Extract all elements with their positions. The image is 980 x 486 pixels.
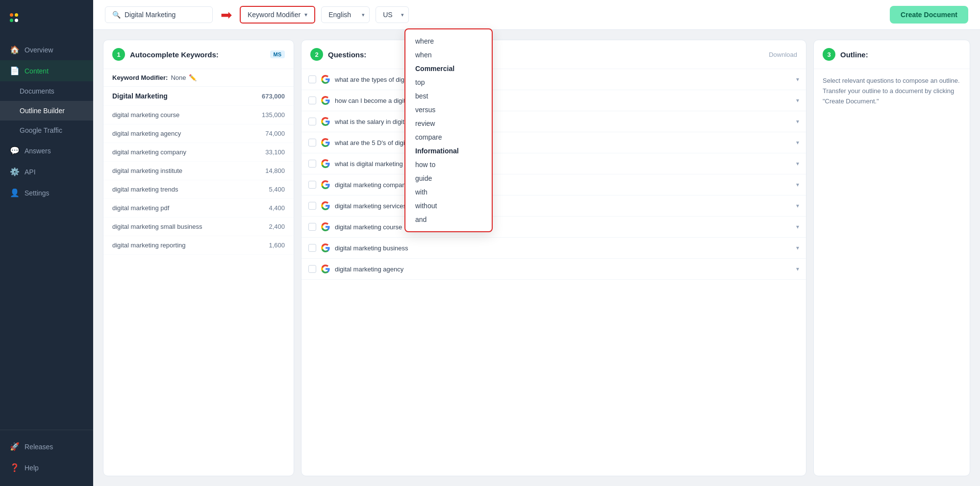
- dropdown-item-compare[interactable]: compare: [405, 130, 492, 144]
- search-input[interactable]: [125, 11, 203, 19]
- keyword-count: 74,000: [265, 130, 285, 137]
- keyword-count: 2,400: [269, 223, 285, 230]
- red-arrow-icon: ➡: [221, 7, 232, 23]
- questions-list: what are the types of digital marketing▾…: [302, 69, 806, 280]
- sidebar-item-answers[interactable]: 💬 Answers: [0, 140, 93, 161]
- chevron-down-icon[interactable]: ▾: [796, 76, 799, 83]
- sidebar-item-content-label: Content: [25, 67, 49, 75]
- dropdown-item-best[interactable]: best: [405, 89, 492, 103]
- list-item[interactable]: digital marketing company▾: [302, 174, 806, 195]
- keyword-name: digital marketing reporting: [112, 242, 186, 249]
- search-box[interactable]: 🔍: [105, 6, 213, 23]
- keyword-modifier-label: Keyword Modifier: [248, 11, 301, 19]
- dropdown-item-when[interactable]: when: [405, 48, 492, 62]
- list-item[interactable]: digital marketing business▾: [302, 238, 806, 259]
- question-checkbox[interactable]: [308, 160, 316, 168]
- dropdown-item-versus[interactable]: versus: [405, 103, 492, 117]
- dropdown-item-and[interactable]: and: [405, 213, 492, 226]
- table-row[interactable]: digital marketing company33,100: [103, 143, 294, 162]
- keyword-name: digital marketing agency: [112, 130, 181, 137]
- sidebar-item-releases[interactable]: 🚀 Releases: [0, 436, 93, 457]
- list-item[interactable]: what are the types of digital marketing▾: [302, 69, 806, 90]
- list-item[interactable]: digital marketing services▾: [302, 195, 806, 217]
- table-row[interactable]: digital marketing reporting1,600: [103, 236, 294, 255]
- google-icon: [321, 96, 330, 105]
- releases-icon: 🚀: [10, 442, 19, 451]
- sidebar-item-help[interactable]: ❓ Help: [0, 457, 93, 478]
- keyword-modifier-button[interactable]: Keyword Modifier ▾: [240, 6, 315, 24]
- sidebar-item-outline-builder-label: Outline Builder: [20, 107, 65, 115]
- question-checkbox[interactable]: [308, 118, 316, 125]
- sidebar-item-api[interactable]: ⚙️ API: [0, 161, 93, 182]
- list-item[interactable]: digital marketing course▾: [302, 217, 806, 238]
- keyword-modifier-key: Keyword Modifier:: [112, 74, 168, 81]
- question-checkbox[interactable]: [308, 139, 316, 146]
- region-select[interactable]: US UK CA: [376, 6, 409, 23]
- sidebar-item-outline-builder[interactable]: Outline Builder: [0, 101, 93, 121]
- create-document-button[interactable]: Create Document: [890, 6, 968, 24]
- table-row[interactable]: digital marketing agency74,000: [103, 124, 294, 143]
- sidebar-item-settings[interactable]: 👤 Settings: [0, 182, 93, 203]
- sidebar-item-google-traffic[interactable]: Google Traffic: [0, 121, 93, 140]
- language-select[interactable]: English Spanish French: [321, 6, 370, 23]
- search-icon: 🔍: [112, 11, 121, 19]
- chevron-down-icon[interactable]: ▾: [796, 160, 799, 167]
- question-checkbox[interactable]: [308, 181, 316, 189]
- col-questions: 2 Questions: Download what are the types…: [301, 40, 806, 476]
- col-questions-title: Questions:: [328, 50, 366, 59]
- list-item[interactable]: how can I become a digital marketer▾: [302, 90, 806, 111]
- edit-icon[interactable]: ✏️: [189, 74, 197, 81]
- table-row[interactable]: digital marketing course135,000: [103, 106, 294, 124]
- google-icon: [321, 159, 330, 168]
- table-row[interactable]: digital marketing small business2,400: [103, 218, 294, 236]
- chevron-down-icon[interactable]: ▾: [796, 266, 799, 272]
- dropdown-item-without[interactable]: without: [405, 199, 492, 213]
- question-checkbox[interactable]: [308, 75, 316, 83]
- table-row[interactable]: Digital Marketing673,000: [103, 87, 294, 106]
- list-item[interactable]: what is the salary in digital marketing▾: [302, 111, 806, 132]
- help-icon: ❓: [10, 463, 19, 472]
- chevron-down-icon[interactable]: ▾: [796, 181, 799, 188]
- question-text: what are the types of digital marketing: [335, 76, 791, 83]
- keyword-name: digital marketing small business: [112, 223, 202, 230]
- download-link[interactable]: Download: [769, 51, 797, 58]
- google-icon: [321, 138, 330, 147]
- list-item[interactable]: what is digital marketing▾: [302, 153, 806, 174]
- dropdown-item-where[interactable]: where: [405, 34, 492, 48]
- dropdown-item-with[interactable]: with: [405, 185, 492, 199]
- keyword-count: 4,400: [269, 204, 285, 212]
- google-icon: [321, 201, 330, 210]
- keyword-modifier-dropdown[interactable]: wherewhenCommercialtopbestversusreviewco…: [404, 28, 493, 232]
- chevron-down-icon[interactable]: ▾: [796, 202, 799, 209]
- dropdown-item-Commercial: Commercial: [405, 62, 492, 75]
- language-select-wrapper: English Spanish French ▾: [321, 6, 370, 23]
- question-checkbox[interactable]: [308, 244, 316, 252]
- table-row[interactable]: digital marketing trends5,400: [103, 180, 294, 199]
- sidebar-item-documents[interactable]: Documents: [0, 81, 93, 101]
- chevron-down-icon[interactable]: ▾: [796, 244, 799, 251]
- keyword-name: digital marketing trends: [112, 186, 178, 193]
- dropdown-item-review[interactable]: review: [405, 117, 492, 130]
- chevron-down-icon[interactable]: ▾: [796, 139, 799, 146]
- question-checkbox[interactable]: [308, 202, 316, 210]
- dropdown-item-top[interactable]: top: [405, 75, 492, 89]
- table-row[interactable]: digital marketing institute14,800: [103, 162, 294, 180]
- question-checkbox[interactable]: [308, 97, 316, 104]
- chevron-down-icon[interactable]: ▾: [796, 97, 799, 104]
- sidebar-item-overview[interactable]: 🏠 Overview: [0, 39, 93, 60]
- arrow-container: ➡: [219, 7, 234, 23]
- list-item[interactable]: what are the 5 D's of digital marketing▾: [302, 132, 806, 153]
- dropdown-item-how-to[interactable]: how to: [405, 158, 492, 171]
- question-checkbox[interactable]: [308, 265, 316, 273]
- table-row[interactable]: digital marketing pdf4,400: [103, 199, 294, 218]
- home-icon: 🏠: [10, 45, 19, 54]
- chevron-down-icon[interactable]: ▾: [796, 118, 799, 125]
- dropdown-item-guide[interactable]: guide: [405, 171, 492, 185]
- list-item[interactable]: digital marketing agency▾: [302, 259, 806, 280]
- sidebar-item-content[interactable]: 📄 Content: [0, 60, 93, 81]
- dropdown-item-Informational: Informational: [405, 144, 492, 158]
- chevron-down-icon[interactable]: ▾: [796, 223, 799, 230]
- sidebar-bottom: 🚀 Releases ❓ Help: [0, 430, 93, 486]
- question-checkbox[interactable]: [308, 223, 316, 231]
- api-icon: ⚙️: [10, 167, 19, 176]
